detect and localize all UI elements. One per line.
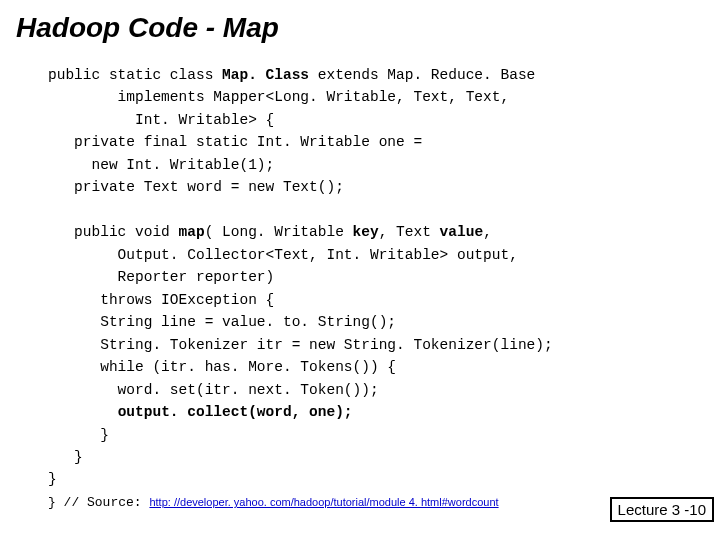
code-line: public static class xyxy=(48,67,222,83)
code-line: } xyxy=(48,471,57,487)
code-line: Reporter reporter) xyxy=(48,269,274,285)
code-line xyxy=(48,404,118,420)
code-line: String. Tokenizer itr = new String. Toke… xyxy=(48,337,553,353)
source-line: } // Source: http: //developer. yahoo. c… xyxy=(48,495,704,510)
source-link[interactable]: http: //developer. yahoo. com/hadoop/tut… xyxy=(149,496,498,508)
code-line: word. set(itr. next. Token()); xyxy=(48,382,379,398)
code-line: } xyxy=(48,449,83,465)
code-line: implements Mapper<Long. Writable, Text, … xyxy=(48,89,509,105)
source-prefix: // Source: xyxy=(56,495,150,510)
code-line: , xyxy=(483,224,492,240)
slide-title: Hadoop Code - Map xyxy=(16,12,704,44)
code-line: Output. Collector<Text, Int. Writable> o… xyxy=(48,247,518,263)
slide: Hadoop Code - Map public static class Ma… xyxy=(0,0,720,540)
code-line: , Text xyxy=(379,224,440,240)
code-line: throws IOException { xyxy=(48,292,274,308)
code-line: while (itr. has. More. Tokens()) { xyxy=(48,359,396,375)
code-line: } xyxy=(48,427,109,443)
code-line: private final static Int. Writable one = xyxy=(48,134,422,150)
code-token-param: key xyxy=(353,224,379,240)
code-line: new Int. Writable(1); xyxy=(48,157,274,173)
code-line: public void xyxy=(48,224,179,240)
code-block: public static class Map. Class extends M… xyxy=(48,64,704,491)
code-token-class: Map. Class xyxy=(222,67,309,83)
code-token-collect: output. collect(word, one); xyxy=(118,404,353,420)
code-line: Int. Writable> { xyxy=(48,112,274,128)
code-line: private Text word = new Text(); xyxy=(48,179,344,195)
code-line: ( Long. Writable xyxy=(205,224,353,240)
source-close-brace: } xyxy=(48,495,56,510)
lecture-label: Lecture 3 -10 xyxy=(610,497,714,522)
code-token-param: value xyxy=(440,224,484,240)
code-line: extends Map. Reduce. Base xyxy=(309,67,535,83)
code-line: String line = value. to. String(); xyxy=(48,314,396,330)
code-token-method: map xyxy=(179,224,205,240)
